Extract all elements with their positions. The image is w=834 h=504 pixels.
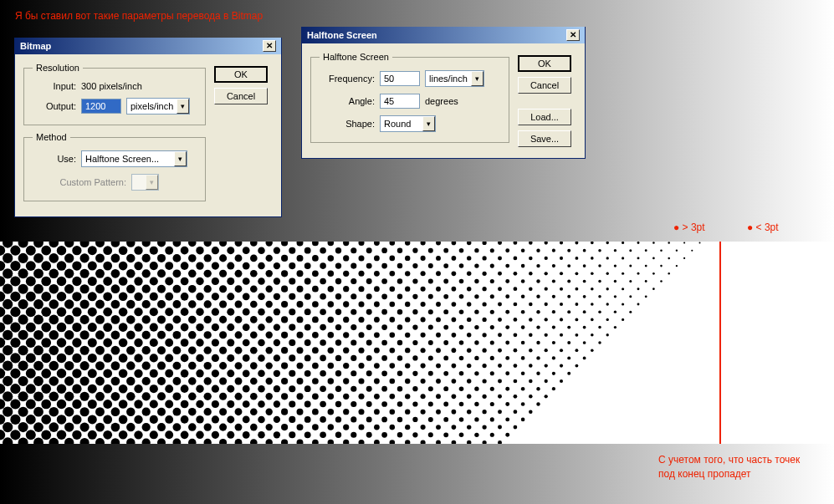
svg-point-774 [381,324,387,330]
svg-point-786 [474,417,478,421]
svg-point-67 [64,407,74,416]
svg-point-735 [289,247,295,254]
svg-point-195 [80,330,90,339]
bitmap-dialog-titlebar[interactable]: Bitmap ✕ [15,38,281,54]
svg-point-98 [41,354,51,364]
svg-point-595 [250,285,258,293]
frequency-input[interactable] [380,71,420,86]
svg-point-207 [173,423,182,431]
svg-point-449 [165,277,173,286]
svg-point-200 [119,369,128,379]
halftone-dialog-titlebar[interactable]: Halftone Screen ✕ [302,27,585,43]
cancel-button[interactable]: Cancel [518,77,571,94]
cancel-button[interactable]: Cancel [214,88,268,104]
svg-point-603 [312,347,319,354]
svg-point-948 [483,318,487,322]
svg-point-963 [452,271,457,276]
svg-point-637 [366,386,372,392]
svg-point-186 [10,261,20,271]
svg-point-76 [10,338,20,348]
svg-point-198 [103,354,112,363]
svg-point-147 [95,377,105,386]
svg-point-668 [397,401,402,406]
angle-input[interactable] [380,94,420,109]
close-icon[interactable]: ✕ [566,29,580,41]
svg-point-837 [474,387,478,391]
shape-select[interactable]: Round [380,115,436,132]
svg-point-266 [212,431,219,439]
svg-point-1130 [637,288,640,290]
frequency-unit-select[interactable]: lines/inch [425,70,484,87]
svg-point-232 [157,392,166,400]
svg-point-683 [304,293,311,300]
svg-point-1043 [560,318,563,321]
svg-point-380 [258,416,265,424]
svg-point-235 [181,415,189,424]
svg-point-625 [274,293,280,300]
svg-point-908 [490,356,494,360]
chevron-down-icon[interactable] [422,116,435,131]
svg-point-284 [142,346,151,354]
svg-point-494 [304,401,311,408]
svg-point-707 [281,255,288,262]
output-input[interactable] [81,99,121,114]
svg-point-736 [297,255,304,262]
angle-label: Angle: [320,96,375,106]
svg-point-582 [358,409,364,415]
load-button[interactable]: Load... [518,109,571,125]
svg-point-692 [374,363,380,369]
svg-point-851 [397,294,402,299]
svg-point-487 [250,347,258,354]
svg-point-316 [181,369,189,378]
close-icon[interactable]: ✕ [263,40,276,52]
svg-point-741 [335,293,341,299]
svg-point-451 [181,293,189,301]
svg-point-660 [335,339,341,345]
svg-point-382 [274,431,280,438]
svg-point-322 [227,415,234,423]
svg-point-458 [235,347,243,354]
svg-point-188 [26,277,36,287]
chevron-down-icon[interactable] [471,71,484,86]
svg-point-600 [289,324,295,331]
use-select[interactable]: Halftone Screen... [81,150,187,167]
svg-point-27 [33,422,43,432]
chevron-down-icon[interactable] [177,99,189,114]
svg-point-481 [204,300,212,308]
svg-point-114 [10,307,20,317]
output-unit-select[interactable]: pixels/inch [126,98,190,115]
svg-point-798 [366,293,372,299]
save-button[interactable]: Save... [518,130,571,147]
svg-point-185 [3,253,13,263]
svg-point-821 [350,263,356,269]
ok-button[interactable]: OK [214,66,268,83]
svg-point-951 [505,341,509,345]
svg-point-65 [49,392,59,402]
svg-point-9 [3,422,13,432]
svg-point-335 [119,293,128,302]
svg-point-194 [72,323,81,332]
svg-point-115 [18,314,28,324]
svg-point-856 [436,333,441,338]
svg-point-1073 [583,310,586,313]
svg-point-522 [312,393,319,400]
svg-point-548 [304,370,311,377]
svg-point-968 [490,310,494,314]
svg-point-518 [281,363,288,369]
chevron-down-icon[interactable] [174,151,187,166]
svg-point-85 [80,407,90,416]
svg-point-819 [335,247,341,253]
svg-point-514 [250,331,258,339]
svg-point-261 [173,392,182,400]
svg-point-120 [57,354,66,363]
svg-point-389 [119,262,128,271]
svg-point-1105 [575,257,578,260]
svg-point-656 [304,308,311,315]
svg-point-894 [381,247,387,253]
svg-point-390 [126,269,135,277]
svg-point-159 [3,268,13,278]
svg-point-359 [95,253,105,262]
svg-point-1026 [545,318,548,321]
ok-button[interactable]: OK [518,55,571,72]
svg-point-259 [157,377,166,385]
